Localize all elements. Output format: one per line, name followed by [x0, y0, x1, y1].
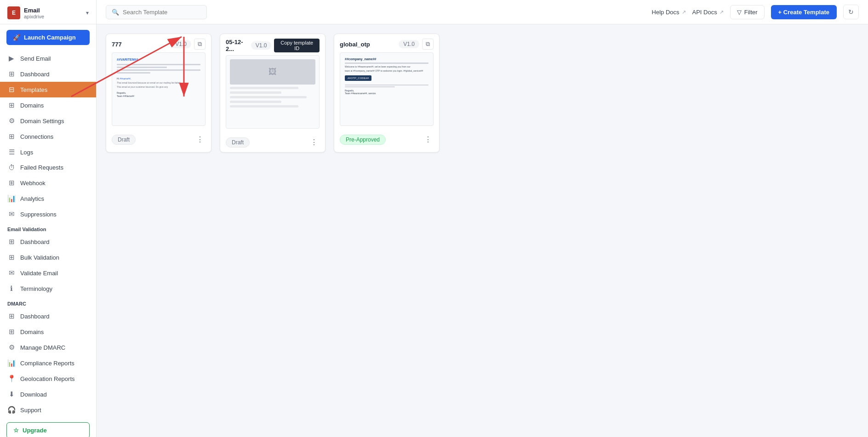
- app-subtitle: apixdrive: [24, 14, 44, 19]
- card-2-copy-id-button[interactable]: Copy template ID: [274, 39, 320, 52]
- sidebar-item-send-email[interactable]: ▶ Send Email: [0, 51, 96, 66]
- sidebar-item-logs[interactable]: ☰ Logs: [0, 144, 96, 160]
- section-label-dmarc: DMARC: [0, 296, 96, 308]
- topbar: 🔍 Help Docs ↗ API Docs ↗ ▽ Filter + Crea…: [97, 0, 868, 24]
- card-1-copy-id-button[interactable]: ⧉: [194, 39, 206, 50]
- external-link-icon-2: ↗: [720, 9, 724, 15]
- card-2-footer: Draft ⋮: [220, 133, 325, 152]
- logs-icon: ☰: [7, 148, 16, 156]
- card-3-status: Pre-Approved: [340, 135, 386, 145]
- external-link-icon: ↗: [682, 9, 686, 15]
- sidebar-item-ev-dashboard[interactable]: ⊞ Dashboard: [0, 234, 96, 250]
- rocket-icon: 🚀: [13, 34, 20, 41]
- bulk-validation-icon: ⊞: [7, 253, 16, 261]
- template-card-2: 05-12-2... V1.0 Copy template ID 🖼: [220, 34, 326, 153]
- webhook-icon: ⊞: [7, 179, 16, 187]
- sidebar-item-analytics[interactable]: 📊 Analytics: [0, 191, 96, 206]
- launch-campaign-button[interactable]: 🚀 Launch Campaign: [6, 30, 90, 45]
- card-3-otp-preview: ##company_name## Welcome to ##teamname##…: [340, 53, 433, 99]
- ev-dashboard-icon: ⊞: [7, 238, 16, 246]
- card-3-header: global_otp V1.0 ⧉: [334, 34, 439, 52]
- send-email-icon: ▶: [7, 54, 16, 62]
- template-card-1: 777 V1.0 ⧉ ##VARITEM##: [106, 34, 211, 153]
- support-icon: 🎧: [7, 406, 16, 414]
- sidebar-item-compliance-reports[interactable]: 📊 Compliance Reports: [0, 355, 96, 371]
- sidebar-item-domains[interactable]: ⊞ Domains: [0, 97, 96, 113]
- card-3-footer: Pre-Approved ⋮: [334, 131, 439, 149]
- sidebar-item-dashboard[interactable]: ⊞ Dashboard: [0, 66, 96, 82]
- card-3-more-menu[interactable]: ⋮: [423, 134, 434, 145]
- card-3-copy-id-button[interactable]: ⧉: [422, 39, 434, 50]
- sidebar-item-bulk-validation[interactable]: ⊞ Bulk Validation: [0, 250, 96, 265]
- card-2-version-actions: V1.0 Copy template ID: [251, 39, 320, 52]
- sidebar-logo: E Email apixdrive ▾: [0, 0, 96, 24]
- download-icon: ⬇: [7, 390, 16, 398]
- sidebar-item-failed-requests[interactable]: ⏱ Failed Requests: [0, 160, 96, 175]
- card-1-preview: ##VARITEM## Hi ##name##, That email boun…: [112, 52, 206, 126]
- domain-settings-icon: ⚙: [7, 117, 16, 125]
- card-2-preview: 🖼: [226, 55, 320, 129]
- sidebar-item-support[interactable]: 🎧 Support: [0, 402, 96, 418]
- suppressions-icon: ✉: [7, 210, 16, 218]
- manage-dmarc-icon: ⚙: [7, 343, 16, 352]
- terminology-icon: ℹ: [7, 284, 16, 293]
- card-2-more-menu[interactable]: ⋮: [308, 137, 320, 148]
- help-docs-link[interactable]: Help Docs ↗: [652, 9, 686, 16]
- templates-grid: 777 V1.0 ⧉ ##VARITEM##: [106, 34, 859, 153]
- card-3-title: global_otp: [340, 41, 370, 48]
- section-label-email-validation: Email Validation: [0, 222, 96, 234]
- validate-email-icon: ✉: [7, 269, 16, 277]
- failed-requests-icon: ⏱: [7, 164, 16, 171]
- sidebar-nav: ▶ Send Email ⊞ Dashboard ⊟ Templates ⊞ D…: [0, 51, 96, 418]
- card-1-version-actions: V1.0 ⧉: [171, 39, 206, 50]
- topbar-right: Help Docs ↗ API Docs ↗ ▽ Filter + Create…: [652, 5, 859, 19]
- copy-tooltip-label: Copy template ID: [280, 40, 313, 51]
- connections-icon: ⊞: [7, 132, 16, 141]
- card-2-header: 05-12-2... V1.0 Copy template ID: [220, 34, 325, 55]
- app-name: Email: [24, 7, 44, 14]
- upgrade-button[interactable]: ☆ Upgrade: [6, 422, 90, 437]
- refresh-icon: ↻: [848, 8, 854, 16]
- search-icon: 🔍: [112, 9, 119, 16]
- card-3-version-actions: V1.0 ⧉: [399, 39, 434, 50]
- sidebar-item-templates[interactable]: ⊟ Templates: [0, 82, 96, 97]
- template-card-3: global_otp V1.0 ⧉ ##company_name## Welco…: [334, 34, 440, 153]
- api-docs-link[interactable]: API Docs ↗: [692, 9, 724, 16]
- app-dropdown-icon[interactable]: ▾: [86, 10, 89, 16]
- sidebar-item-geolocation-reports[interactable]: 📍 Geolocation Reports: [0, 371, 96, 386]
- filter-icon: ▽: [737, 9, 742, 16]
- sidebar-item-manage-dmarc[interactable]: ⚙ Manage DMARC: [0, 340, 96, 355]
- sidebar-item-dmarc-dashboard[interactable]: ⊞ Dashboard: [0, 308, 96, 324]
- templates-icon: ⊟: [7, 85, 16, 94]
- geolocation-reports-icon: 📍: [7, 375, 16, 383]
- card-1-footer: Draft ⋮: [106, 131, 211, 149]
- search-box[interactable]: 🔍: [106, 5, 207, 19]
- copy-icon: ⧉: [198, 40, 202, 47]
- card-1-header: 777 V1.0 ⧉: [106, 34, 211, 52]
- card-3-version: V1.0: [399, 40, 419, 48]
- sidebar-item-connections[interactable]: ⊞ Connections: [0, 129, 96, 144]
- refresh-button[interactable]: ↻: [843, 5, 859, 19]
- filter-button[interactable]: ▽ Filter: [730, 5, 765, 19]
- create-template-button[interactable]: + Create Template: [771, 5, 837, 19]
- domains-icon: ⊞: [7, 101, 16, 109]
- sidebar-item-validate-email[interactable]: ✉ Validate Email: [0, 265, 96, 281]
- sidebar-item-domain-settings[interactable]: ⚙ Domain Settings: [0, 113, 96, 129]
- card-2-status: Draft: [226, 137, 250, 148]
- card-1-more-menu[interactable]: ⋮: [194, 134, 206, 145]
- dashboard-icon: ⊞: [7, 70, 16, 78]
- dmarc-dashboard-icon: ⊞: [7, 312, 16, 320]
- sidebar-item-dmarc-domains[interactable]: ⊞ Domains: [0, 324, 96, 340]
- compliance-reports-icon: 📊: [7, 359, 16, 367]
- sidebar-item-suppressions[interactable]: ✉ Suppressions: [0, 206, 96, 222]
- sidebar-item-webhook[interactable]: ⊞ Webhook: [0, 175, 96, 191]
- sidebar-item-download[interactable]: ⬇ Download: [0, 386, 96, 402]
- sidebar: E Email apixdrive ▾ 🚀 Launch Campaign ▶ …: [0, 0, 97, 437]
- search-input[interactable]: [123, 9, 201, 16]
- main-content: 🔍 Help Docs ↗ API Docs ↗ ▽ Filter + Crea…: [97, 0, 868, 437]
- copy-icon-3: ⧉: [426, 40, 430, 47]
- sidebar-item-terminology[interactable]: ℹ Terminology: [0, 281, 96, 296]
- image-icon: 🖼: [268, 67, 277, 77]
- card-3-preview: ##company_name## Welcome to ##teamname##…: [340, 52, 434, 126]
- dmarc-domains-icon: ⊞: [7, 328, 16, 336]
